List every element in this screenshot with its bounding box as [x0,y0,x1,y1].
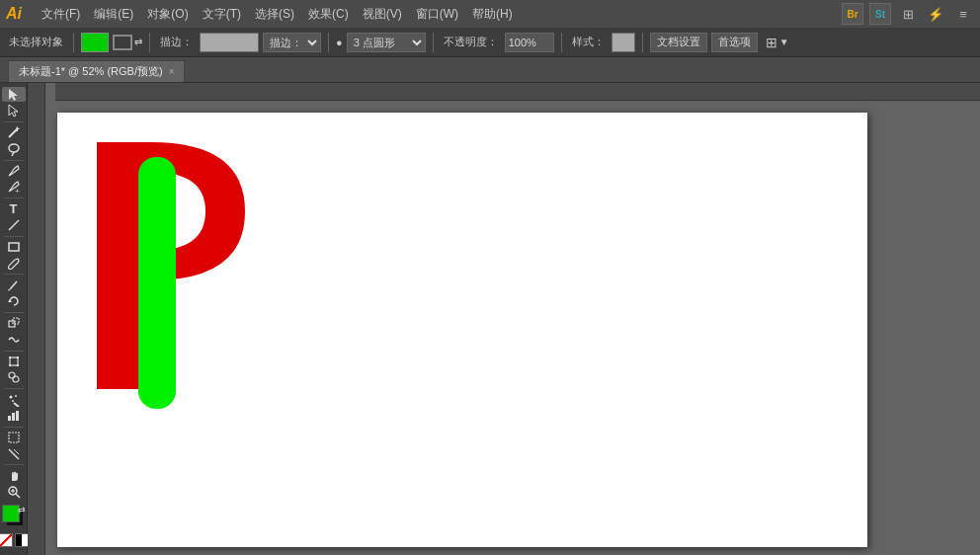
svg-marker-0 [9,89,18,101]
svg-rect-15 [10,357,18,365]
menu-file[interactable]: 文件(F) [36,4,86,25]
svg-point-24 [12,400,14,402]
svg-rect-9 [9,243,19,251]
scale-tool-button[interactable] [2,316,26,331]
vertical-ruler [28,83,45,555]
stroke-swap-icon[interactable]: ⇄ [134,37,142,47]
options-toolbar: 未选择对象 ⇄ 描边： 描边： ● 3 点圆形 不透明度： 样式： 文档设置 首… [0,28,980,57]
magic-wand-tool-button[interactable] [2,125,26,140]
default-colors-icon[interactable] [15,533,29,547]
style-label: 样式： [569,35,608,49]
paintbrush-tool-button[interactable] [2,256,26,271]
arrange-more-icon[interactable]: ▼ [779,37,789,47]
tool-separator-2 [4,160,24,161]
symbol-sprayer-tool-button[interactable] [2,392,26,407]
svg-rect-16 [9,357,11,358]
canvas-area [28,83,980,555]
zoom-tool-button[interactable] [2,485,26,500]
stroke-color-swatch[interactable] [113,35,132,50]
fill-color-swatch[interactable] [81,33,109,52]
rotate-tool-button[interactable] [2,294,26,309]
svg-rect-19 [17,364,19,366]
menu-edit[interactable]: 编辑(E) [88,4,139,25]
svg-rect-27 [16,411,19,421]
brush-type-select[interactable]: 3 点圆形 [347,33,426,52]
menu-help[interactable]: 帮助(H) [466,4,519,25]
no-selection-label: 未选择对象 [6,35,66,49]
direct-selection-tool-button[interactable] [2,103,26,118]
tool-separator-9 [4,427,24,428]
selection-tool-button[interactable] [2,87,26,102]
free-transform-tool-button[interactable] [2,354,26,368]
artboard-tool-button[interactable] [2,430,26,444]
artwork-svg [77,132,275,429]
doc-settings-button[interactable]: 文档设置 [650,33,707,52]
opacity-label: 不透明度： [441,35,501,49]
workspace-icon[interactable]: ⊞ [897,3,919,25]
warp-tool-button[interactable] [2,332,26,347]
svg-line-8 [9,220,19,230]
svg-marker-1 [9,105,18,117]
svg-rect-26 [12,413,15,421]
type-tool-icon: T [10,201,18,216]
pen-tool-button[interactable] [2,163,26,178]
svg-line-32 [16,494,20,498]
svg-rect-17 [17,357,19,358]
fill-stroke-swatches: ⇄ [2,505,26,528]
tool-separator-7 [4,351,24,352]
svg-point-4 [9,144,19,152]
svg-rect-25 [8,416,11,421]
arrange-icons: ⊞ ▼ [766,35,789,50]
svg-line-2 [9,129,17,137]
svg-text:+: + [15,187,20,194]
column-graph-tool-button[interactable] [2,408,26,423]
arrange-icon[interactable]: ⊞ [766,35,777,50]
title-bar-right: Br St ⊞ ⚡ ≡ [842,3,974,25]
add-anchor-tool-button[interactable]: + [2,180,26,195]
type-tool-button[interactable]: T [2,201,26,216]
slice-tool-button[interactable] [2,446,26,461]
stroke-options-select[interactable]: 描边： [263,33,321,52]
svg-line-5 [12,152,14,156]
document-tab[interactable]: 未标题-1* @ 52% (RGB/预览) × [8,60,185,82]
color-none-default [0,533,29,547]
pencil-tool-button[interactable] [2,278,26,292]
tool-separator-6 [4,312,24,313]
line-tool-button[interactable] [2,217,26,232]
canvas-paper [57,113,867,547]
sync-icon[interactable]: ⚡ [925,3,946,25]
svg-marker-3 [16,126,20,131]
green-rectangle[interactable] [138,157,176,409]
color-swatches-area: ⇄ [0,501,29,551]
hand-tool-button[interactable] [2,468,26,483]
menubar: 文件(F) 编辑(E) 对象(O) 文字(T) 选择(S) 效果(C) 视图(V… [36,4,519,25]
menu-text[interactable]: 文字(T) [197,4,247,25]
menu-object[interactable]: 对象(O) [141,4,194,25]
tab-close-button[interactable]: × [169,66,175,77]
tool-separator-5 [4,274,24,275]
svg-marker-12 [8,299,12,302]
divider-5 [561,33,562,52]
lasso-tool-button[interactable] [2,141,26,156]
menu-select[interactable]: 选择(S) [249,4,300,25]
style-swatch[interactable] [612,33,635,52]
more-icon[interactable]: ≡ [952,3,974,25]
divider-3 [328,33,329,52]
preferences-button[interactable]: 首选项 [711,33,758,52]
shape-builder-tool-button[interactable] [2,370,26,385]
swap-colors-icon[interactable]: ⇄ [18,505,26,515]
svg-rect-18 [9,364,11,366]
menu-view[interactable]: 视图(V) [357,4,408,25]
tool-separator-1 [4,121,24,122]
svg-line-30 [14,449,19,454]
stock-icon[interactable]: St [869,3,891,25]
rectangle-tool-button[interactable] [2,239,26,254]
bridge-icon[interactable]: Br [842,3,863,25]
opacity-input[interactable] [505,33,554,52]
menu-effect[interactable]: 效果(C) [302,4,355,25]
stroke-preview [200,33,259,52]
stroke-label: 描边： [157,35,196,49]
menu-window[interactable]: 窗口(W) [410,4,464,25]
left-toolbar: + T [0,83,28,555]
none-swatch[interactable] [0,533,13,547]
